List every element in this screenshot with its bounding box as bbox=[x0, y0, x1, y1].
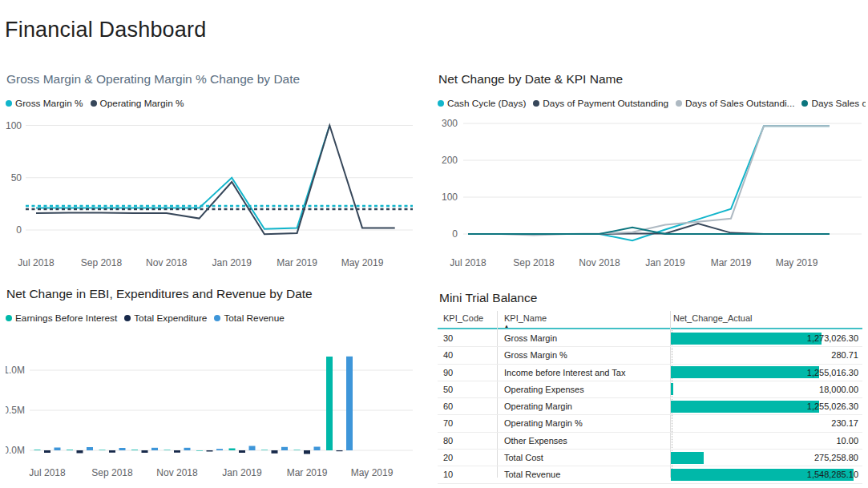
x-axis-tick: Mar 2019 bbox=[711, 257, 752, 268]
table-row[interactable]: 60Operating Margin1,255,026.30 bbox=[438, 398, 862, 415]
bar[interactable] bbox=[326, 357, 333, 450]
chart-legend: Cash Cycle (Days)Days of Payment Outstan… bbox=[438, 97, 866, 110]
bar[interactable] bbox=[77, 450, 83, 454]
x-axis-tick: May 2019 bbox=[776, 257, 818, 268]
table-row[interactable]: 10Total Revenue1,548,285.10 bbox=[438, 466, 862, 483]
x-axis-tick: Mar 2019 bbox=[287, 467, 328, 478]
cell-kpi-code: 60 bbox=[443, 398, 453, 414]
legend-label: Total Revenue bbox=[224, 313, 284, 324]
legend-label: Days of Payment Outstanding bbox=[543, 98, 668, 109]
y-axis-tick: 0.0M bbox=[6, 445, 25, 456]
bar[interactable] bbox=[44, 450, 50, 453]
legend-dot-icon bbox=[533, 100, 539, 107]
ebi-bar-plot[interactable]: 0.0M0.5M1.0MJul 2018Sep 2018Nov 2018Jan … bbox=[6, 334, 430, 486]
y-axis-tick: 300 bbox=[442, 118, 458, 129]
bar[interactable] bbox=[109, 450, 115, 453]
legend-dot-icon bbox=[801, 100, 808, 107]
bar[interactable] bbox=[216, 449, 223, 450]
table-title: Mini Trial Balance bbox=[439, 291, 537, 305]
bar[interactable] bbox=[164, 450, 171, 450]
column-header-net-change[interactable]: Net_Change_Actual bbox=[673, 313, 752, 323]
cell-net-change: 1,273,026.30 bbox=[671, 330, 858, 346]
bar[interactable] bbox=[249, 446, 256, 451]
legend-item[interactable]: Days of Sales Outstandi... bbox=[676, 98, 794, 109]
legend-item[interactable]: Days Sales of Inve... bbox=[801, 98, 866, 109]
legend-item[interactable]: Cash Cycle (Days) bbox=[438, 98, 526, 109]
bar[interactable] bbox=[67, 450, 73, 450]
bar[interactable] bbox=[229, 449, 236, 451]
bar[interactable] bbox=[294, 450, 301, 450]
visual-kpi-line-chart: Net Change by Date & KPI Name Cash Cycle… bbox=[438, 72, 866, 279]
legend-item[interactable]: Days of Payment Outstanding bbox=[533, 98, 668, 109]
bar[interactable] bbox=[304, 450, 310, 454]
legend-dot-icon bbox=[214, 315, 220, 321]
legend-item[interactable]: Operating Margin % bbox=[91, 98, 184, 109]
kpi-line-plot[interactable]: 0100200300Jul 2018Sep 2018Nov 2018Jan 20… bbox=[438, 116, 866, 276]
legend-dot-icon bbox=[124, 315, 131, 321]
table-row[interactable]: 40Gross Margin %280.71 bbox=[438, 347, 862, 364]
bar[interactable] bbox=[184, 448, 191, 450]
bar[interactable] bbox=[174, 450, 180, 453]
table-row[interactable]: 20Total Cost275,258.80 bbox=[438, 450, 862, 466]
x-axis-tick: Jan 2019 bbox=[222, 467, 262, 478]
bar[interactable] bbox=[272, 450, 278, 454]
data-bar bbox=[671, 383, 673, 395]
chart-legend: Earnings Before InterestTotal Expenditur… bbox=[6, 312, 430, 325]
line-series[interactable] bbox=[468, 126, 830, 235]
bar[interactable] bbox=[314, 447, 321, 451]
table-row[interactable]: 90Income before Interest and Tax1,255,01… bbox=[438, 365, 862, 381]
y-axis-tick: 100 bbox=[442, 192, 458, 203]
bar[interactable] bbox=[346, 357, 353, 450]
cell-kpi-name: Operating Margin bbox=[504, 398, 572, 414]
bar[interactable] bbox=[151, 448, 158, 450]
table-row[interactable]: 70Operating Margin %230.17 bbox=[438, 415, 862, 432]
x-axis-tick: May 2019 bbox=[351, 467, 394, 478]
chart-title: Net Change by Date & KPI Name bbox=[438, 72, 866, 87]
data-bar bbox=[671, 333, 822, 345]
table-row[interactable]: 80Other Expenses10.00 bbox=[438, 433, 862, 450]
cell-kpi-code: 20 bbox=[443, 450, 453, 466]
cell-kpi-code: 50 bbox=[443, 381, 453, 397]
line-series[interactable] bbox=[468, 126, 830, 240]
cell-kpi-name: Income before Interest and Tax bbox=[504, 365, 625, 381]
column-header-kpi-code[interactable]: KPI_Code bbox=[443, 313, 483, 323]
bar[interactable] bbox=[337, 450, 343, 451]
table-row[interactable]: 50Operating Expenses18,000.00 bbox=[438, 381, 862, 398]
legend-label: Earnings Before Interest bbox=[15, 313, 117, 324]
cell-value-text: 275,258.80 bbox=[814, 450, 858, 466]
bar[interactable] bbox=[119, 448, 126, 450]
bar[interactable] bbox=[196, 450, 203, 451]
bar[interactable] bbox=[281, 447, 288, 450]
x-axis-tick: Jul 2018 bbox=[29, 467, 66, 478]
bar[interactable] bbox=[142, 450, 148, 453]
legend-item[interactable]: Gross Margin % bbox=[6, 98, 83, 109]
bar[interactable] bbox=[131, 450, 138, 450]
bar[interactable] bbox=[239, 450, 245, 453]
bar[interactable] bbox=[34, 450, 41, 450]
bar[interactable] bbox=[261, 450, 268, 450]
legend-item[interactable]: Total Revenue bbox=[214, 313, 284, 324]
bar[interactable] bbox=[207, 450, 213, 452]
x-axis-tick: Nov 2018 bbox=[156, 467, 198, 478]
x-axis-tick: Jul 2018 bbox=[450, 257, 486, 268]
y-axis-tick: 1.0M bbox=[6, 365, 25, 376]
cell-net-change: 10.00 bbox=[671, 433, 858, 449]
cell-kpi-code: 70 bbox=[443, 415, 453, 431]
legend-item[interactable]: Earnings Before Interest bbox=[6, 313, 117, 324]
y-axis-tick: 0 bbox=[452, 228, 458, 240]
dashboard-canvas: Financial Dashboard Gross Margin & Opera… bbox=[0, 0, 868, 488]
legend-item[interactable]: Total Expenditure bbox=[124, 313, 207, 324]
bar[interactable] bbox=[87, 447, 93, 450]
cell-net-change: 1,548,285.10 bbox=[671, 466, 858, 482]
column-header-kpi-name[interactable]: KPI_Name bbox=[504, 313, 547, 323]
x-axis-tick: May 2019 bbox=[341, 257, 384, 268]
bar[interactable] bbox=[99, 450, 106, 450]
legend-label: Total Expenditure bbox=[134, 313, 207, 324]
line-series[interactable] bbox=[36, 126, 395, 235]
legend-dot-icon bbox=[676, 100, 682, 107]
table-row[interactable]: 30Gross Margin1,273,026.30 bbox=[438, 330, 862, 347]
bar[interactable] bbox=[55, 448, 61, 451]
cell-kpi-code: 10 bbox=[443, 466, 453, 482]
legend-dot-icon bbox=[91, 100, 97, 107]
margin-line-plot[interactable]: 050100Jul 2018Sep 2018Nov 2018Jan 2019Ma… bbox=[6, 116, 430, 276]
